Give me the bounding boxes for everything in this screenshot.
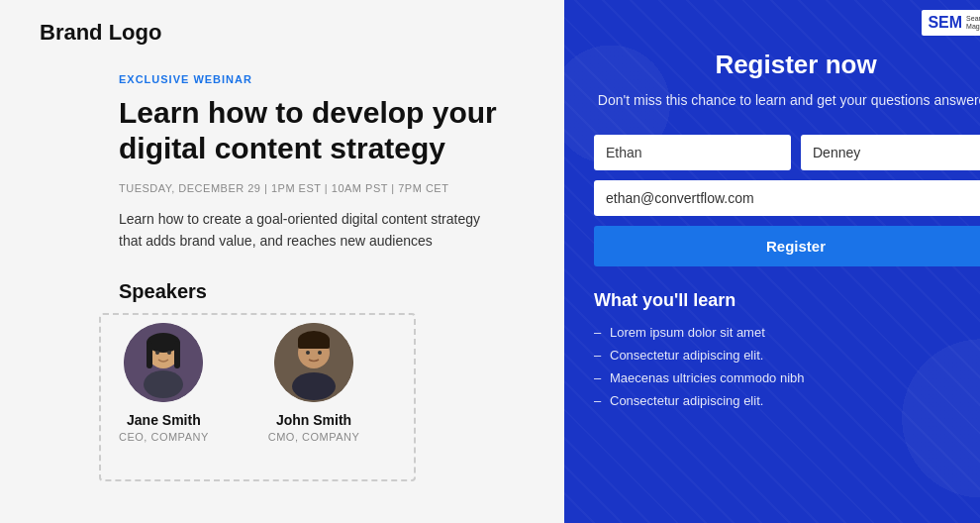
learn-list-item: Maecenas ultricies commodo nibh (594, 370, 980, 385)
register-title: Register now (594, 50, 980, 80)
speakers-row: Jane Smith CEO, Company (119, 323, 525, 443)
sem-sub-line1: Search Engine (966, 15, 980, 23)
svg-point-6 (155, 351, 159, 355)
speaker-role-john: CMO, Company (268, 431, 360, 443)
sem-logo: SEM Search Engine Magazine (922, 10, 980, 36)
sem-sub-line2: Magazine (966, 23, 980, 31)
svg-rect-5 (174, 341, 180, 368)
speakers-title: Speakers (119, 280, 525, 303)
avatar-john (274, 323, 353, 402)
description: Learn how to create a goal-oriented digi… (119, 208, 495, 253)
speaker-card-john: John Smith CMO, Company (268, 323, 360, 443)
svg-point-9 (292, 372, 336, 400)
left-panel: Brand Logo Exclusive Webinar Learn how t… (0, 0, 564, 523)
speaker-role-jane: CEO, Company (119, 431, 209, 443)
brand-logo: Brand Logo (40, 20, 525, 46)
email-input[interactable] (594, 180, 980, 216)
first-name-input[interactable] (594, 135, 791, 170)
svg-rect-12 (298, 339, 330, 349)
speaker-name-jane: Jane Smith (127, 412, 201, 428)
svg-point-14 (318, 351, 322, 355)
date-line: Tuesday, December 29 | 1PM EST | 10AM PS… (119, 182, 525, 194)
learn-list-item: Consectetur adipiscing elit. (594, 393, 980, 408)
exclusive-label: Exclusive Webinar (119, 73, 525, 85)
name-fields-row (594, 135, 980, 170)
learn-list-item: Consectetur adipiscing elit. (594, 348, 980, 363)
speaker-name-john: John Smith (276, 412, 351, 428)
main-title: Learn how to develop your digital conten… (119, 95, 515, 166)
learn-title: What you'll learn (594, 290, 980, 311)
svg-point-1 (144, 370, 183, 398)
learn-list-item: Lorem ipsum dolor sit amet (594, 325, 980, 340)
last-name-input[interactable] (801, 135, 980, 170)
register-button[interactable]: Register (594, 226, 980, 266)
right-panel: SEM Search Engine Magazine Register now … (564, 0, 980, 523)
sem-logo-text: SEM (928, 14, 962, 32)
svg-point-7 (167, 351, 171, 355)
learn-list: Lorem ipsum dolor sit ametConsectetur ad… (594, 325, 980, 408)
svg-rect-4 (147, 341, 152, 368)
avatar-jane (124, 323, 203, 402)
register-subtitle: Don't miss this chance to learn and get … (594, 90, 980, 111)
speaker-card-jane: Jane Smith CEO, Company (119, 323, 209, 443)
svg-point-13 (306, 351, 310, 355)
